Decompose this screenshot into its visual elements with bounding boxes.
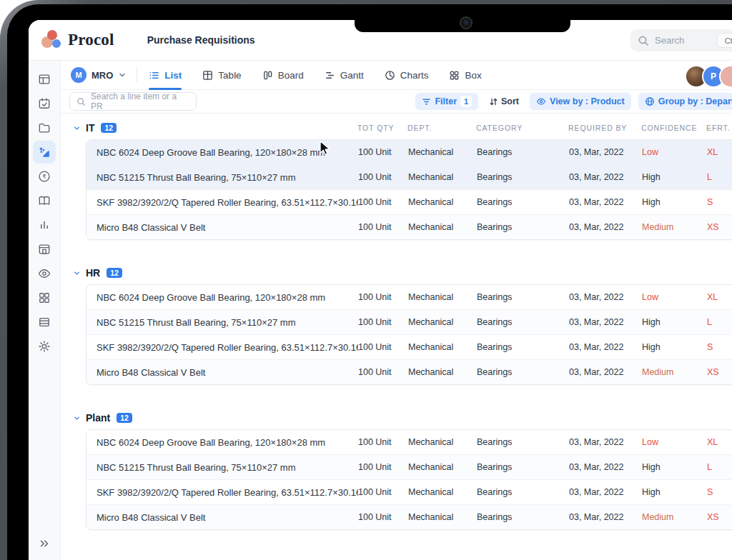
column-header: CATEGORY	[476, 124, 568, 132]
main-panel: M MRO List Table	[61, 61, 732, 560]
item-name-cell[interactable]: NBC 6024 Deep Groove Ball Bearing, 120×1…	[86, 147, 358, 158]
sourcing-icon[interactable]	[33, 141, 56, 164]
table-row[interactable]: SKF 3982/3920/2/Q Tapered Roller Bearing…	[86, 479, 732, 504]
qty-cell: 100 Unit	[358, 317, 408, 327]
table-row[interactable]: SKF 3982/3920/2/Q Tapered Roller Bearing…	[86, 189, 732, 214]
tab-list[interactable]: List	[149, 61, 182, 89]
rupee-icon[interactable]: ₹	[33, 165, 56, 188]
confidence-cell: High	[642, 197, 707, 207]
camera-icon	[460, 16, 473, 29]
device-mockup: Procol Purchase Requisitions Search Ctr	[0, 0, 732, 560]
confidence-cell: Low	[642, 292, 707, 302]
category-cell: Bearings	[477, 317, 569, 327]
required-by-cell: 03, Mar, 2022	[569, 172, 642, 182]
confidence-cell: Low	[642, 437, 707, 447]
required-by-cell: 03, Mar, 2022	[569, 462, 642, 472]
list-toolbar: Search a line item or a PR Filter 1 Sort	[61, 90, 732, 114]
table-row[interactable]: Micro B48 Classical V Belt 100 Unit Mech…	[86, 504, 732, 529]
app-screen: Procol Purchase Requisitions Search Ctr	[29, 20, 732, 560]
global-search-input[interactable]: Search Ctr	[630, 29, 732, 51]
panels-icon[interactable]	[33, 68, 56, 91]
tab-label: Gantt	[340, 70, 364, 81]
bar-chart-icon[interactable]	[33, 214, 56, 236]
chevron-down-icon[interactable]	[71, 269, 86, 277]
group-header: HR 12	[71, 263, 732, 283]
confidence-cell: High	[642, 462, 707, 472]
category-cell: Bearings	[477, 462, 569, 472]
calendar-check-icon[interactable]	[33, 92, 56, 115]
sort-button[interactable]: Sort	[489, 96, 519, 106]
required-by-cell: 03, Mar, 2022	[569, 367, 642, 377]
category-cell: Bearings	[477, 197, 569, 207]
item-name-cell[interactable]: NBC 51215 Thrust Ball Bearing, 75×110×27…	[86, 462, 358, 473]
table-row[interactable]: NBC 6024 Deep Groove Ball Bearing, 120×1…	[86, 140, 732, 164]
chevron-down-icon[interactable]	[71, 414, 86, 422]
chevron-down-icon[interactable]	[71, 124, 86, 132]
group-table-card: NBC 6024 Deep Groove Ball Bearing, 120×1…	[86, 284, 732, 385]
item-name-cell[interactable]: Micro B48 Classical V Belt	[86, 512, 358, 523]
table-row[interactable]: NBC 6024 Deep Groove Ball Bearing, 120×1…	[86, 285, 732, 309]
filter-button[interactable]: Filter 1	[415, 93, 478, 110]
table-row[interactable]: Micro B48 Classical V Belt 100 Unit Mech…	[86, 214, 732, 239]
confidence-cell: High	[642, 172, 707, 182]
qty-cell: 100 Unit	[358, 367, 408, 377]
category-cell: Bearings	[477, 342, 569, 352]
table-row[interactable]: SKF 3982/3920/2/Q Tapered Roller Bearing…	[86, 334, 732, 359]
apps-grid-icon[interactable]	[33, 286, 56, 309]
group-by-button[interactable]: Group by : Departme	[638, 93, 732, 110]
group-header: IT 12 TOT QTYDEPT.CATEGORYREQUIRED BYCON…	[71, 118, 732, 138]
table-row[interactable]: NBC 51215 Thrust Ball Bearing, 75×110×27…	[86, 164, 732, 189]
tab-box[interactable]: Box	[449, 61, 481, 89]
table-row[interactable]: NBC 51215 Thrust Ball Bearing, 75×110×27…	[86, 454, 732, 479]
procol-logo-icon	[41, 29, 63, 51]
item-name-cell[interactable]: SKF 3982/3920/2/Q Tapered Roller Bearing…	[86, 342, 358, 353]
workspace-switcher[interactable]: M MRO	[71, 67, 127, 83]
group-name: IT	[86, 122, 94, 134]
board-icon	[262, 70, 273, 81]
item-name-cell[interactable]: NBC 51215 Thrust Ball Bearing, 75×110×27…	[86, 172, 358, 183]
tab-charts[interactable]: Charts	[385, 61, 429, 89]
dept-cell: Mechanical	[408, 197, 477, 207]
item-name-cell[interactable]: Micro B48 Classical V Belt	[86, 367, 358, 378]
eye-icon	[536, 96, 546, 106]
group-count-badge: 12	[107, 268, 122, 279]
table-row[interactable]: NBC 51215 Thrust Ball Bearing, 75×110×27…	[86, 309, 732, 334]
group-section: IT 12 TOT QTYDEPT.CATEGORYREQUIRED BYCON…	[71, 118, 732, 240]
table-row[interactable]: Micro B48 Classical V Belt 100 Unit Mech…	[86, 359, 732, 384]
tab-board[interactable]: Board	[262, 61, 304, 89]
confidence-cell: Medium	[642, 222, 707, 232]
box-icon	[449, 70, 460, 81]
globe-icon	[645, 96, 655, 106]
storefront-icon[interactable]	[33, 238, 56, 261]
table-row[interactable]: NBC 6024 Deep Groove Ball Bearing, 120×1…	[86, 430, 732, 454]
item-name-cell[interactable]: Micro B48 Classical V Belt	[86, 222, 358, 233]
item-name-cell[interactable]: SKF 3982/3920/2/Q Tapered Roller Bearing…	[86, 197, 358, 208]
dept-cell: Mechanical	[408, 342, 477, 352]
server-rows-icon[interactable]	[33, 311, 56, 334]
sidebar-expand-button[interactable]	[38, 537, 51, 550]
item-name-cell[interactable]: NBC 51215 Thrust Ball Bearing, 75×110×27…	[86, 317, 358, 328]
eye-icon[interactable]	[33, 262, 56, 285]
effort-cell: L	[707, 462, 732, 472]
item-name-cell[interactable]: NBC 6024 Deep Groove Ball Bearing, 120×1…	[86, 437, 358, 448]
dept-cell: Mechanical	[408, 222, 477, 232]
item-name-cell[interactable]: NBC 6024 Deep Groove Ball Bearing, 120×1…	[86, 292, 358, 303]
line-item-search-input[interactable]: Search a line item or a PR	[69, 92, 197, 111]
tab-gantt[interactable]: Gantt	[325, 61, 364, 89]
confidence-cell: Low	[642, 147, 707, 157]
item-name-cell[interactable]: SKF 3982/3920/2/Q Tapered Roller Bearing…	[86, 487, 358, 498]
search-icon	[638, 35, 649, 46]
user-avatar-stack[interactable]: P	[691, 65, 732, 88]
book-icon[interactable]	[33, 189, 56, 212]
view-by-button[interactable]: View by : Product	[530, 93, 631, 110]
category-cell: Bearings	[477, 367, 569, 377]
tab-label: Board	[278, 70, 304, 81]
folder-icon[interactable]	[33, 116, 56, 139]
column-header: EFRT.	[706, 124, 732, 132]
groups-container: IT 12 TOT QTYDEPT.CATEGORYREQUIRED BYCON…	[61, 114, 732, 530]
gear-icon[interactable]	[33, 335, 56, 358]
search-icon	[76, 97, 86, 106]
dept-cell: Mechanical	[408, 462, 477, 472]
required-by-cell: 03, Mar, 2022	[569, 292, 642, 302]
tab-table[interactable]: Table	[202, 61, 241, 89]
